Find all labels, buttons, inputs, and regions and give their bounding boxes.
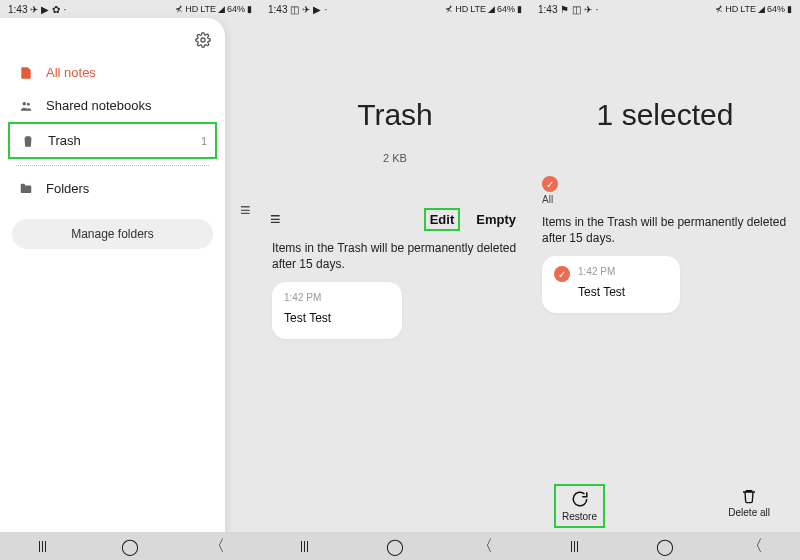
- trash-count: 1: [201, 135, 207, 147]
- svg-point-0: [201, 38, 205, 42]
- selection-title: 1 selected: [530, 98, 800, 132]
- navigation-drawer: All notes Shared notebooks Trash 1 Folde…: [0, 18, 225, 538]
- divider: [16, 165, 209, 166]
- restore-icon: [571, 490, 589, 508]
- trash-warning: Items in the Trash will be permanently d…: [260, 231, 530, 278]
- svg-point-1: [23, 101, 27, 105]
- recents-icon[interactable]: ⫼: [35, 537, 51, 555]
- empty-button[interactable]: Empty: [472, 210, 520, 229]
- select-all-label: All: [542, 194, 553, 205]
- status-bar: 1:43✈▶✿· ⊀HDLTE◢64%▮: [0, 0, 260, 18]
- note-icon: [16, 66, 36, 80]
- trash-icon: [741, 488, 757, 504]
- sidebar-item-shared[interactable]: Shared notebooks: [8, 89, 217, 122]
- select-all-checkbox[interactable]: ✓: [542, 176, 558, 192]
- nav-bar: ⫼ ◯ 〈: [0, 532, 260, 560]
- folder-icon: [16, 182, 36, 196]
- note-title: Test Test: [284, 311, 390, 325]
- page-title: Trash: [260, 98, 530, 132]
- home-icon[interactable]: ◯: [656, 537, 674, 556]
- edit-button[interactable]: Edit: [424, 208, 461, 231]
- trash-size: 2 KB: [260, 152, 530, 164]
- note-time: 1:42 PM: [578, 266, 625, 277]
- sidebar-item-label: Trash: [48, 133, 81, 148]
- item-checkbox[interactable]: ✓: [554, 266, 570, 282]
- recents-icon[interactable]: ⫼: [567, 537, 583, 555]
- nav-bar: ⫼ ◯ 〈: [530, 532, 800, 560]
- status-bar: 1:43◫✈▶· ⊀HDLTE◢64%▮: [260, 0, 530, 18]
- trash-icon: [18, 134, 38, 148]
- sidebar-item-label: Shared notebooks: [46, 98, 152, 113]
- status-bar: 1:43⚑◫✈· ⊀HDLTE◢64%▮: [530, 0, 800, 18]
- nav-bar: ⫼ ◯ 〈: [260, 532, 530, 560]
- note-time: 1:42 PM: [284, 292, 390, 303]
- svg-point-2: [27, 102, 30, 105]
- delete-all-button[interactable]: Delete all: [722, 484, 776, 528]
- sidebar-item-label: Folders: [46, 181, 89, 196]
- people-icon: [16, 99, 36, 113]
- sidebar-item-all-notes[interactable]: All notes: [8, 56, 217, 89]
- recents-icon[interactable]: ⫼: [297, 537, 313, 555]
- back-icon[interactable]: 〈: [747, 536, 763, 557]
- sidebar-item-trash[interactable]: Trash 1: [8, 122, 217, 159]
- back-icon[interactable]: 〈: [209, 536, 225, 557]
- restore-button[interactable]: Restore: [554, 484, 605, 528]
- note-title: Test Test: [578, 285, 625, 299]
- menu-icon[interactable]: ≡: [270, 209, 281, 230]
- sidebar-item-folders[interactable]: Folders: [8, 172, 217, 205]
- manage-folders-button[interactable]: Manage folders: [12, 219, 213, 249]
- menu-icon[interactable]: ≡: [240, 200, 251, 221]
- sidebar-item-label: All notes: [46, 65, 96, 80]
- home-icon[interactable]: ◯: [121, 537, 139, 556]
- back-icon[interactable]: 〈: [477, 536, 493, 557]
- note-card[interactable]: 1:42 PM Test Test: [272, 282, 402, 339]
- home-icon[interactable]: ◯: [386, 537, 404, 556]
- trash-warning: Items in the Trash will be permanently d…: [530, 205, 800, 252]
- note-card[interactable]: ✓ 1:42 PM Test Test: [542, 256, 680, 313]
- gear-icon[interactable]: [195, 32, 211, 48]
